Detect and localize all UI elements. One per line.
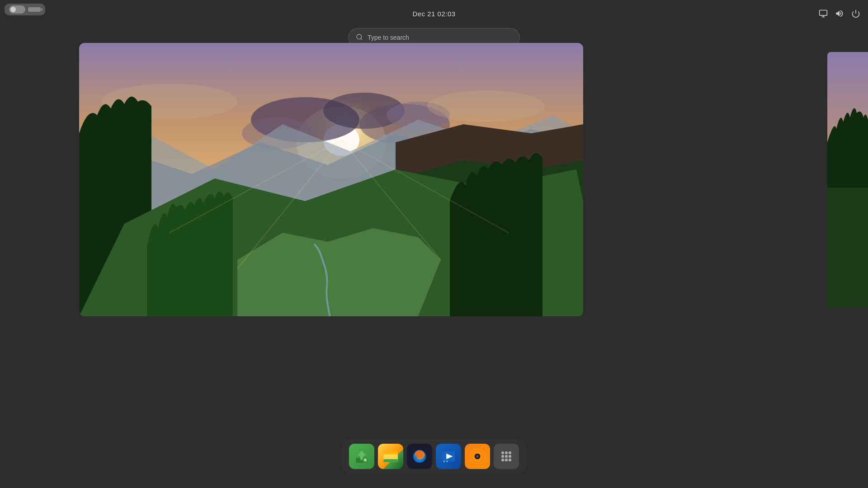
svg-point-53 [501,459,504,461]
display-icon[interactable] [818,9,828,19]
battery-bar [28,7,41,12]
svg-point-33 [364,459,367,461]
svg-point-49 [509,451,511,454]
battery-widget[interactable] [5,4,45,15]
datetime-display: Dec 21 02:03 [412,0,455,27]
datetime-text: Dec 21 02:03 [412,10,455,18]
toggle-switch[interactable] [9,5,25,14]
audio-icon[interactable] [465,444,490,469]
svg-point-50 [501,455,504,458]
svg-rect-29 [827,188,868,308]
svg-point-52 [509,455,511,458]
search-icon [356,33,363,42]
svg-point-40 [446,461,448,462]
svg-rect-35 [383,459,398,462]
svg-point-51 [505,455,508,458]
svg-point-45 [476,455,478,457]
top-left-controls [5,4,45,15]
power-icon[interactable] [851,9,861,19]
search-input[interactable] [368,34,512,41]
svg-point-54 [505,459,508,461]
app-grid-icon[interactable] [494,444,519,469]
top-right-icons [818,0,861,27]
svg-point-39 [443,461,445,462]
firefox-icon[interactable] [407,444,432,469]
volume-icon[interactable] [835,9,844,19]
wallpaper-secondary[interactable] [827,52,868,308]
dock [342,439,526,474]
svg-point-4 [357,34,362,39]
wallpaper-main[interactable] [79,43,583,316]
svg-line-5 [361,38,362,40]
files-icon[interactable] [378,444,403,469]
svg-point-55 [509,459,511,461]
svg-point-48 [505,451,508,454]
svg-point-47 [501,451,504,454]
installer-icon[interactable] [349,444,374,469]
svg-rect-0 [820,10,827,16]
svg-point-16 [427,90,545,122]
media-player-icon[interactable] [436,444,461,469]
